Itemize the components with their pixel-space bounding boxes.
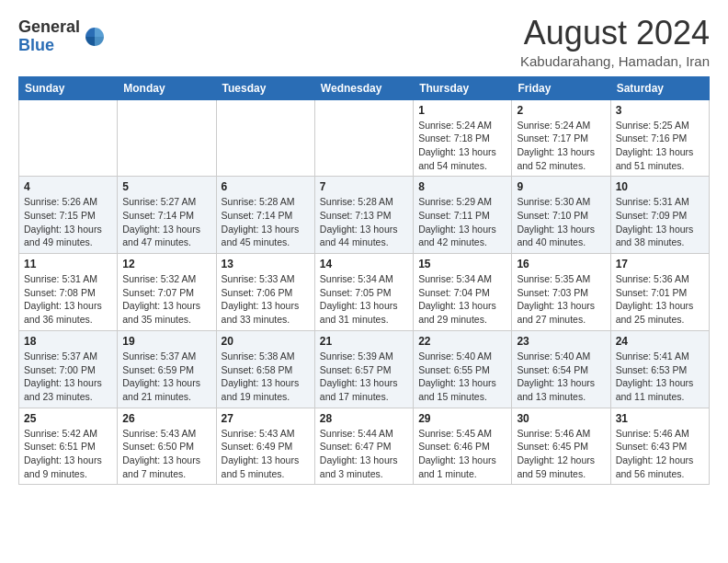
day-number: 13 [222,258,310,270]
day-info: Sunrise: 5:43 AM Sunset: 6:50 PM Dayligh… [122,427,210,481]
day-number: 21 [320,335,408,348]
calendar-cell: 28Sunrise: 5:44 AM Sunset: 6:47 PM Dayli… [314,408,413,485]
weekday-header-saturday: Saturday [610,76,709,99]
calendar-cell: 11Sunrise: 5:31 AM Sunset: 7:08 PM Dayli… [19,254,118,331]
weekday-header-thursday: Thursday [414,76,512,99]
day-info: Sunrise: 5:39 AM Sunset: 6:57 PM Dayligh… [320,350,408,404]
calendar-cell: 9Sunrise: 5:30 AM Sunset: 7:10 PM Daylig… [512,177,610,254]
calendar-week-row-1: 1Sunrise: 5:24 AM Sunset: 7:18 PM Daylig… [19,99,710,177]
day-number: 2 [517,104,605,117]
day-number: 19 [122,335,210,348]
calendar-week-row-4: 18Sunrise: 5:37 AM Sunset: 7:00 PM Dayli… [19,330,710,408]
day-info: Sunrise: 5:43 AM Sunset: 6:49 PM Dayligh… [222,427,310,481]
calendar-cell: 17Sunrise: 5:36 AM Sunset: 7:01 PM Dayli… [610,254,709,331]
day-info: Sunrise: 5:32 AM Sunset: 7:07 PM Dayligh… [122,272,210,327]
logo: General Blue [18,18,108,55]
header: General Blue August 2024 Kabudarahang, H… [18,15,710,69]
day-number: 23 [517,335,605,348]
calendar-table: SundayMondayTuesdayWednesdayThursdayFrid… [18,76,710,486]
title-area: August 2024 Kabudarahang, Hamadan, Iran [520,15,710,69]
day-number: 31 [616,412,704,425]
day-number: 17 [616,258,704,270]
calendar-cell: 24Sunrise: 5:41 AM Sunset: 6:53 PM Dayli… [610,330,709,408]
day-info: Sunrise: 5:31 AM Sunset: 7:08 PM Dayligh… [24,272,112,327]
weekday-header-row: SundayMondayTuesdayWednesdayThursdayFrid… [19,76,710,99]
calendar-cell [314,99,413,177]
weekday-header-friday: Friday [512,76,610,99]
day-number: 18 [24,335,112,348]
day-number: 28 [320,412,408,425]
day-number: 16 [517,258,605,270]
day-info: Sunrise: 5:34 AM Sunset: 7:04 PM Dayligh… [418,272,506,327]
day-number: 3 [616,104,704,117]
calendar-cell: 30Sunrise: 5:46 AM Sunset: 6:45 PM Dayli… [512,408,610,485]
day-info: Sunrise: 5:27 AM Sunset: 7:14 PM Dayligh… [122,195,210,249]
calendar-cell: 26Sunrise: 5:43 AM Sunset: 6:50 PM Dayli… [118,408,216,485]
day-info: Sunrise: 5:37 AM Sunset: 7:00 PM Dayligh… [24,350,112,404]
logo-general: General [18,17,80,36]
day-number: 12 [122,258,210,270]
day-info: Sunrise: 5:46 AM Sunset: 6:45 PM Dayligh… [517,427,605,481]
calendar-cell: 14Sunrise: 5:34 AM Sunset: 7:05 PM Dayli… [314,254,413,331]
day-number: 6 [222,180,310,193]
calendar-cell: 13Sunrise: 5:33 AM Sunset: 7:06 PM Dayli… [216,254,314,331]
logo-icon [82,24,108,50]
calendar-cell: 5Sunrise: 5:27 AM Sunset: 7:14 PM Daylig… [118,177,216,254]
day-number: 1 [418,104,506,117]
day-info: Sunrise: 5:45 AM Sunset: 6:46 PM Dayligh… [418,427,506,481]
day-number: 27 [222,412,310,425]
calendar-cell: 21Sunrise: 5:39 AM Sunset: 6:57 PM Dayli… [314,330,413,408]
calendar-week-row-2: 4Sunrise: 5:26 AM Sunset: 7:15 PM Daylig… [19,177,710,254]
day-info: Sunrise: 5:42 AM Sunset: 6:51 PM Dayligh… [24,427,112,481]
location: Kabudarahang, Hamadan, Iran [520,53,710,69]
calendar-cell [216,99,314,177]
day-info: Sunrise: 5:44 AM Sunset: 6:47 PM Dayligh… [320,427,408,481]
day-info: Sunrise: 5:33 AM Sunset: 7:06 PM Dayligh… [222,272,310,327]
calendar-cell: 12Sunrise: 5:32 AM Sunset: 7:07 PM Dayli… [118,254,216,331]
calendar-cell: 10Sunrise: 5:31 AM Sunset: 7:09 PM Dayli… [610,177,709,254]
calendar-week-row-3: 11Sunrise: 5:31 AM Sunset: 7:08 PM Dayli… [19,254,710,331]
day-info: Sunrise: 5:28 AM Sunset: 7:13 PM Dayligh… [320,195,408,249]
calendar-cell: 8Sunrise: 5:29 AM Sunset: 7:11 PM Daylig… [414,177,512,254]
weekday-header-tuesday: Tuesday [216,76,314,99]
calendar-cell: 25Sunrise: 5:42 AM Sunset: 6:51 PM Dayli… [19,408,118,485]
day-number: 8 [418,180,506,193]
day-info: Sunrise: 5:36 AM Sunset: 7:01 PM Dayligh… [616,272,704,327]
weekday-header-wednesday: Wednesday [314,76,413,99]
day-info: Sunrise: 5:26 AM Sunset: 7:15 PM Dayligh… [24,195,112,249]
month-year: August 2024 [520,15,710,52]
calendar-cell: 23Sunrise: 5:40 AM Sunset: 6:54 PM Dayli… [512,330,610,408]
day-info: Sunrise: 5:46 AM Sunset: 6:43 PM Dayligh… [616,427,704,481]
calendar-week-row-5: 25Sunrise: 5:42 AM Sunset: 6:51 PM Dayli… [19,408,710,485]
day-number: 4 [24,180,112,193]
day-info: Sunrise: 5:41 AM Sunset: 6:53 PM Dayligh… [616,350,704,404]
calendar-cell [118,99,216,177]
day-info: Sunrise: 5:30 AM Sunset: 7:10 PM Dayligh… [517,195,605,249]
day-info: Sunrise: 5:40 AM Sunset: 6:54 PM Dayligh… [517,350,605,404]
day-number: 20 [222,335,310,348]
day-number: 30 [517,412,605,425]
day-number: 29 [418,412,506,425]
day-info: Sunrise: 5:28 AM Sunset: 7:14 PM Dayligh… [222,195,310,249]
day-info: Sunrise: 5:38 AM Sunset: 6:58 PM Dayligh… [222,350,310,404]
calendar-cell: 27Sunrise: 5:43 AM Sunset: 6:49 PM Dayli… [216,408,314,485]
calendar-cell: 18Sunrise: 5:37 AM Sunset: 7:00 PM Dayli… [19,330,118,408]
day-info: Sunrise: 5:25 AM Sunset: 7:16 PM Dayligh… [616,119,704,173]
page: General Blue August 2024 Kabudarahang, H… [0,0,728,563]
calendar-cell: 2Sunrise: 5:24 AM Sunset: 7:17 PM Daylig… [512,99,610,177]
day-info: Sunrise: 5:34 AM Sunset: 7:05 PM Dayligh… [320,272,408,327]
day-number: 25 [24,412,112,425]
calendar-cell: 1Sunrise: 5:24 AM Sunset: 7:18 PM Daylig… [414,99,512,177]
logo-text: General Blue [18,18,80,55]
calendar-cell: 20Sunrise: 5:38 AM Sunset: 6:58 PM Dayli… [216,330,314,408]
day-number: 15 [418,258,506,270]
day-number: 11 [24,258,112,270]
day-number: 26 [122,412,210,425]
day-number: 14 [320,258,408,270]
day-number: 5 [122,180,210,193]
calendar-cell: 15Sunrise: 5:34 AM Sunset: 7:04 PM Dayli… [414,254,512,331]
calendar-cell: 29Sunrise: 5:45 AM Sunset: 6:46 PM Dayli… [414,408,512,485]
calendar-cell [19,99,118,177]
calendar-cell: 3Sunrise: 5:25 AM Sunset: 7:16 PM Daylig… [610,99,709,177]
calendar-cell: 31Sunrise: 5:46 AM Sunset: 6:43 PM Dayli… [610,408,709,485]
